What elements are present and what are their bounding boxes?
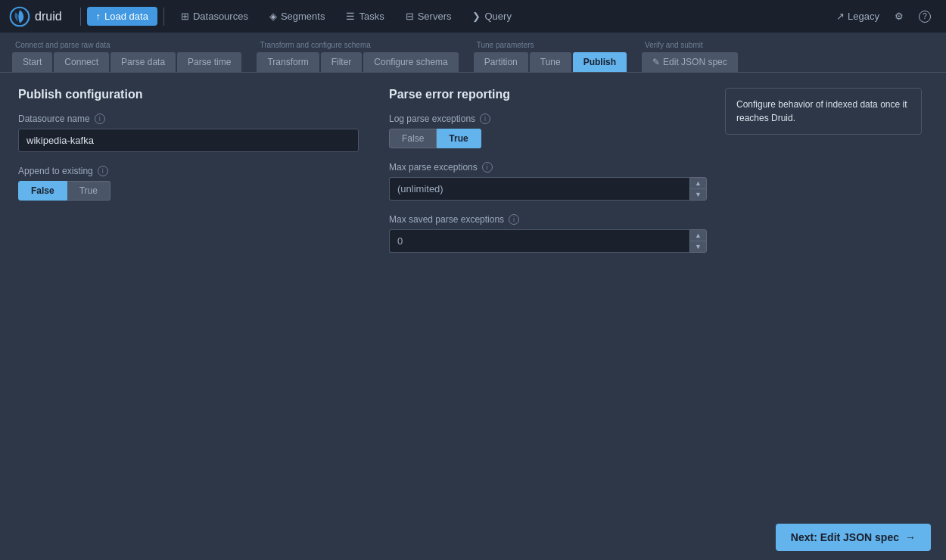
next-button[interactable]: Next: Edit JSON spec → [776, 524, 931, 551]
main-content: Publish configuration Datasource name i … [0, 73, 946, 282]
nav-item-segments[interactable]: ◈ Segments [259, 5, 336, 28]
append-existing-field-group: Append to existing i False True [18, 166, 359, 201]
nav-tasks-label: Tasks [359, 11, 384, 22]
max-saved-label-row: Max saved parse exceptions i [389, 214, 707, 225]
nav-divider-2 [163, 8, 164, 26]
log-exceptions-label-row: Log parse exceptions i [389, 114, 707, 124]
segments-icon: ◈ [269, 11, 277, 22]
wizard-divider-1 [241, 41, 257, 72]
log-false-button[interactable]: False [389, 129, 437, 148]
wizard-steps-verify: ✎ Edit JSON spec [642, 52, 738, 72]
app-title: druid [35, 10, 62, 23]
max-exceptions-info-icon[interactable]: i [482, 162, 493, 173]
nav-item-servers[interactable]: ⊟ Servers [395, 5, 462, 28]
max-saved-spinner: ▲ ▼ [389, 229, 707, 253]
load-data-label: Load data [104, 11, 148, 22]
append-true-button[interactable]: True [67, 181, 110, 201]
datasource-name-label: Datasource name [18, 114, 90, 124]
nav-query-label: Query [484, 11, 511, 22]
max-exceptions-increment[interactable]: ▲ [690, 178, 706, 188]
tasks-icon: ☰ [346, 11, 355, 22]
wizard-section-tune: Tune parameters Partition Tune Publish [474, 41, 627, 72]
wizard-section-verify-label: Verify and submit [642, 41, 738, 49]
wizard-section-transform-label: Transform and configure schema [257, 41, 458, 49]
servers-icon: ⊟ [406, 11, 414, 22]
datasource-name-label-row: Datasource name i [18, 114, 359, 124]
query-icon: ❯ [472, 11, 481, 22]
wizard-section-verify: Verify and submit ✎ Edit JSON spec [642, 41, 738, 72]
wizard-section-connect-parse-label: Connect and parse raw data [12, 41, 241, 49]
max-exceptions-spinner-buttons: ▲ ▼ [689, 177, 707, 201]
append-existing-toggle-group: False True [18, 181, 359, 201]
next-button-label: Next: Edit JSON spec [791, 531, 899, 543]
max-exceptions-decrement[interactable]: ▼ [690, 189, 706, 200]
gear-icon: ⚙ [895, 11, 904, 22]
step-filter[interactable]: Filter [321, 52, 363, 72]
wizard-section-connect-parse: Connect and parse raw data Start Connect… [12, 41, 241, 72]
nav-datasources-label: Datasources [193, 11, 248, 22]
log-exceptions-info-icon[interactable]: i [480, 114, 490, 124]
append-existing-info-icon[interactable]: i [98, 166, 108, 176]
tooltip-box: Configure behavior of indexed data once … [725, 88, 922, 135]
datasource-name-input[interactable] [18, 129, 359, 152]
append-existing-label: Append to existing [18, 166, 93, 176]
edit-icon: ✎ [652, 57, 660, 67]
datasource-name-field-group: Datasource name i [18, 114, 359, 152]
nav-right-actions: ↗ Legacy ⚙ ? [830, 6, 937, 27]
step-partition[interactable]: Partition [474, 52, 528, 72]
nav-items: ⊞ Datasources ◈ Segments ☰ Tasks ⊟ Serve… [170, 5, 830, 28]
tooltip-text: Configure behavior of indexed data once … [736, 99, 907, 123]
chevron-down-icon: ▼ [695, 191, 702, 198]
log-exceptions-field-group: Log parse exceptions i False True [389, 114, 707, 148]
wizard-section-tune-label: Tune parameters [474, 41, 627, 49]
parse-error-panel: Parse error reporting Log parse exceptio… [389, 88, 928, 266]
step-parse-time[interactable]: Parse time [177, 52, 241, 72]
step-transform[interactable]: Transform [257, 52, 319, 72]
log-exceptions-toggle-group: False True [389, 129, 707, 148]
wizard-divider-2 [459, 41, 474, 72]
append-false-button[interactable]: False [18, 181, 67, 201]
log-true-button[interactable]: True [437, 129, 481, 148]
chevron-up-icon-2: ▲ [695, 232, 702, 239]
nav-item-tasks[interactable]: ☰ Tasks [335, 5, 394, 28]
top-navigation: druid ↑ Load data ⊞ Datasources ◈ Segmen… [0, 0, 946, 33]
step-configure-schema[interactable]: Configure schema [363, 52, 458, 72]
chevron-down-icon-2: ▼ [695, 243, 702, 250]
wizard-section-transform: Transform and configure schema Transform… [257, 41, 458, 72]
wizard-steps-connect-parse: Start Connect Parse data Parse time [12, 52, 241, 72]
step-start[interactable]: Start [12, 52, 52, 72]
settings-button[interactable]: ⚙ [888, 6, 910, 26]
upload-icon: ↑ [96, 11, 101, 22]
nav-item-query[interactable]: ❯ Query [462, 5, 521, 28]
max-saved-input[interactable] [389, 229, 689, 253]
nav-servers-label: Servers [418, 11, 452, 22]
parse-error-title: Parse error reporting [389, 88, 707, 101]
wizard-steps-tune: Partition Tune Publish [474, 52, 627, 72]
wizard-divider-3 [627, 41, 642, 72]
datasource-name-info-icon[interactable]: i [95, 114, 105, 124]
max-exceptions-spinner: ▲ ▼ [389, 177, 707, 201]
max-saved-label: Max saved parse exceptions [389, 214, 504, 225]
max-saved-info-icon[interactable]: i [509, 214, 519, 225]
druid-logo-icon [9, 6, 30, 27]
step-parse-data[interactable]: Parse data [110, 52, 176, 72]
max-exceptions-input[interactable] [389, 177, 689, 201]
publish-config-panel: Publish configuration Datasource name i … [18, 88, 359, 266]
legacy-button[interactable]: ↗ Legacy [830, 6, 885, 26]
nav-item-datasources[interactable]: ⊞ Datasources [170, 5, 259, 28]
publish-config-title: Publish configuration [18, 88, 359, 101]
edit-json-label: Edit JSON spec [663, 57, 727, 67]
max-saved-increment[interactable]: ▲ [690, 230, 706, 241]
help-icon: ? [919, 11, 931, 23]
step-tune[interactable]: Tune [530, 52, 571, 72]
step-connect[interactable]: Connect [54, 52, 109, 72]
max-saved-decrement[interactable]: ▼ [690, 241, 706, 252]
app-logo: druid [9, 6, 62, 27]
step-publish[interactable]: Publish [573, 52, 627, 72]
step-edit-json-spec[interactable]: ✎ Edit JSON spec [642, 52, 738, 72]
chevron-up-icon: ▲ [695, 179, 702, 187]
nav-divider-1 [80, 8, 81, 26]
parse-error-content: Parse error reporting Log parse exceptio… [389, 88, 707, 266]
help-button[interactable]: ? [913, 6, 937, 27]
load-data-button[interactable]: ↑ Load data [87, 7, 157, 26]
